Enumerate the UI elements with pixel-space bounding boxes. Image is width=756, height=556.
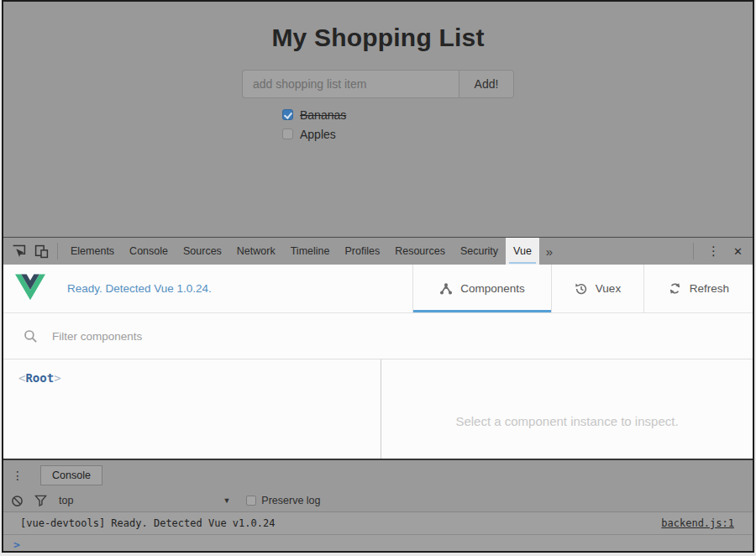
vue-logo-icon [15,273,45,304]
divider [57,243,58,260]
spacer [559,238,685,265]
drawer-tab-console[interactable]: Console [40,465,102,485]
context-dropdown-arrow-icon[interactable]: ▼ [223,496,230,505]
list-item: Apples [282,124,753,144]
clear-console-icon[interactable] [11,495,24,507]
tab-resources[interactable]: Resources [387,238,453,265]
log-source-link[interactable]: backend.js:1 [661,517,734,529]
console-input-row[interactable]: > [3,535,753,553]
overflow-tabs-chevron-icon[interactable]: » [539,238,559,265]
vue-tab-components[interactable]: Components [412,265,551,312]
bracket: > [54,371,60,385]
vue-refresh-button[interactable]: Refresh [643,265,753,312]
component-inspector-pane: Select a component instance to inspect. [381,359,753,459]
shopping-list: Bananas Apples [282,105,753,144]
vue-status-text: Ready. Detected Vue 1.0.24. [67,282,212,295]
vue-tab-label: Vuex [596,282,621,295]
component-filter-bar [3,313,753,359]
devtools-tabbar: Elements Console Sources Network Timelin… [3,237,753,265]
tab-security[interactable]: Security [453,238,506,265]
filter-icon[interactable] [34,495,47,506]
webpage-viewport: My Shopping List Add! Bananas Apples [3,2,753,237]
inspect-element-icon[interactable] [11,244,26,259]
console-drawer-tabbar: ⋮ Console [3,459,753,490]
refresh-icon [668,281,682,296]
preserve-log-checkbox[interactable] [246,496,256,506]
item-checkbox[interactable] [282,109,293,120]
drawer-menu-icon[interactable]: ⋮ [3,469,30,482]
empty-state-text: Select a component instance to inspect. [455,414,678,428]
preserve-log-label: Preserve log [261,495,320,506]
filter-components-input[interactable] [52,330,304,343]
item-label: Apples [300,128,336,141]
devtools-menu-icon[interactable]: ⋮ [699,244,728,259]
console-prompt-icon: > [13,538,20,551]
tree-node-root[interactable]: <Root> [18,371,61,385]
add-item-button[interactable]: Add! [459,70,514,98]
browser-window: My Shopping List Add! Bananas Apples Ele… [2,0,754,553]
item-label: Bananas [300,108,346,122]
devtools-close-icon[interactable]: ✕ [728,245,753,258]
tab-elements[interactable]: Elements [63,238,122,265]
tab-vue[interactable]: Vue [506,238,539,265]
device-toolbar-icon[interactable] [34,244,49,259]
tab-sources[interactable]: Sources [176,238,229,265]
shopping-item-input[interactable] [242,70,459,98]
tab-network[interactable]: Network [229,238,283,265]
spacer [212,265,412,312]
component-tree-pane: <Root> [3,359,381,459]
console-log-row: [vue-devtools] Ready. Detected Vue v1.0.… [3,512,753,535]
vue-tab-label: Components [460,282,525,295]
item-checkbox[interactable] [282,129,293,139]
vue-panel-body: <Root> Select a component instance to in… [3,359,753,459]
vue-panel-header: Ready. Detected Vue 1.0.24. Components V… [3,265,753,313]
tab-profiles[interactable]: Profiles [337,238,387,265]
history-clock-icon [575,282,588,296]
divider [693,243,694,260]
list-item: Bananas [282,105,753,124]
add-item-form: Add! [3,70,753,98]
vue-tab-vuex[interactable]: Vuex [551,265,643,312]
vue-tab-label: Refresh [690,282,729,295]
search-icon [24,329,38,344]
page-title: My Shopping List [3,24,753,52]
tab-timeline[interactable]: Timeline [283,238,338,265]
tab-console[interactable]: Console [122,238,176,265]
component-name: Root [25,371,54,385]
log-message: [vue-devtools] Ready. Detected Vue v1.0.… [20,517,275,529]
components-tree-icon [439,282,453,296]
execution-context-selector[interactable]: top [59,495,73,506]
console-toolbar: top ▼ Preserve log [3,490,753,512]
